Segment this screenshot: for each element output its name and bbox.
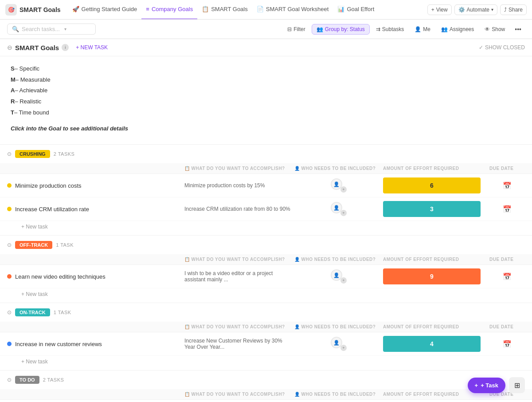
- col-headers: 📋WHAT DO YOU WANT TO ACCOMPLISH? 👤WHO NE…: [0, 254, 532, 265]
- group-collapse-icon[interactable]: ⊙: [7, 309, 12, 315]
- new-task-row[interactable]: + New task: [0, 288, 532, 303]
- avatar-add[interactable]: +: [340, 345, 347, 351]
- group-collapse-icon[interactable]: ⊙: [7, 242, 12, 248]
- group-badge: TO DO: [15, 376, 39, 384]
- due-date-cell[interactable]: 📅: [489, 340, 525, 348]
- group-header-crushing: ⊙ CRUSHING 2 TASKS: [0, 144, 532, 163]
- due-date-cell[interactable]: 📅: [489, 205, 525, 213]
- col-included: 👤WHO NEEDS TO BE INCLUDED?: [294, 392, 383, 397]
- smart-description: – Realistic: [15, 98, 41, 105]
- task-included-cell: 👤 +: [294, 337, 383, 351]
- group-off-track: ⊙ OFF-TRACK 1 TASK 📋WHAT DO YOU WANT TO …: [0, 235, 532, 303]
- more-btn[interactable]: •••: [511, 24, 525, 35]
- task-dot: [7, 207, 12, 211]
- add-task-fab[interactable]: + + Task: [468, 378, 505, 393]
- show-label: Show: [492, 26, 505, 32]
- smart-letter: T: [11, 109, 14, 116]
- assignees-btn[interactable]: 👥 Assignees: [437, 24, 478, 34]
- new-task-row[interactable]: + New task: [0, 356, 532, 370]
- due-date-cell[interactable]: 📅: [489, 181, 525, 190]
- list-title: SMART Goals: [15, 44, 59, 51]
- tab-label: Getting Started Guide: [82, 6, 137, 12]
- assignees-label: Assignees: [450, 26, 474, 32]
- automate-icon: ⚙️: [458, 7, 465, 13]
- task-accomplish-cell: Increase CRM utilization rate from 80 to…: [184, 206, 294, 212]
- group-header-on-track: ⊙ ON-TRACK 1 TASK: [0, 303, 532, 322]
- group-header-to-do: ⊙ TO DO 2 TASKS: [0, 370, 532, 389]
- task-name[interactable]: Minimize production costs: [15, 182, 82, 189]
- filter-label: Filter: [293, 26, 305, 32]
- group-collapse-icon[interactable]: ⊙: [7, 151, 12, 157]
- col-due-date: DUE DATE: [489, 166, 525, 171]
- nav-tabs: 🚀Getting Started Guide≡Company Goals📋SMA…: [68, 0, 379, 20]
- filter-icon: ⊟: [287, 26, 292, 32]
- subtasks-label: Subtasks: [382, 26, 404, 32]
- task-dot: [7, 183, 12, 188]
- new-task-row[interactable]: + New task: [0, 221, 532, 235]
- avatar-add[interactable]: +: [340, 186, 347, 193]
- task-name[interactable]: Increase CRM utilization rate: [15, 206, 89, 213]
- tab-icon: ≡: [146, 6, 149, 12]
- list-header: ⊖ SMART Goals i + NEW TASK ✓ SHOW CLOSED: [0, 39, 532, 56]
- app-logo-icon: 🎯: [5, 4, 17, 16]
- group-crushing: ⊙ CRUSHING 2 TASKS 📋WHAT DO YOU WANT TO …: [0, 144, 532, 235]
- me-icon: 👤: [415, 26, 421, 32]
- info-icon[interactable]: i: [62, 44, 69, 51]
- task-dot: [7, 274, 12, 279]
- effort-bar[interactable]: 4: [383, 336, 481, 352]
- group-by-btn[interactable]: 👥 Group by: Status: [312, 24, 370, 35]
- filter-btn[interactable]: ⊟ Filter: [283, 24, 310, 34]
- effort-bar[interactable]: 9: [383, 268, 481, 284]
- nav-tab-goal-effort[interactable]: 📊Goal Effort: [333, 0, 379, 20]
- smart-description: – Measurable: [16, 76, 51, 83]
- nav-tab-company-goals[interactable]: ≡Company Goals: [141, 0, 197, 20]
- col-effort: AMOUNT OF EFFORT REQUIRED: [383, 324, 489, 329]
- tab-icon: 📋: [202, 6, 209, 12]
- nav-share-btn[interactable]: ⤴ Share: [500, 4, 527, 15]
- nav-tab-smart-goals[interactable]: 📋SMART Goals: [197, 0, 252, 20]
- avatar-add[interactable]: +: [340, 277, 347, 284]
- search-placeholder: Search tasks...: [22, 26, 60, 32]
- me-btn[interactable]: 👤 Me: [410, 24, 435, 34]
- app-title: SMART Goals: [20, 6, 61, 13]
- search-box[interactable]: 🔍 Search tasks... ▾: [7, 24, 96, 35]
- fab-label: + Task: [481, 382, 498, 389]
- smart-item: T– Time bound: [11, 107, 521, 118]
- share-icon: ⤴: [504, 7, 507, 13]
- nav-tab-smart-goal-worksheet[interactable]: 📄SMART Goal Worksheet: [252, 0, 333, 20]
- tab-icon: 📊: [337, 6, 344, 12]
- grid-view-icon[interactable]: ⊞: [509, 377, 525, 393]
- show-closed-btn[interactable]: ✓ SHOW CLOSED: [479, 44, 525, 51]
- plus-fab-icon: +: [475, 382, 478, 389]
- group-collapse-icon[interactable]: ⊙: [7, 377, 12, 383]
- task-row: Minimize production costs Minimize produ…: [0, 174, 532, 197]
- nav-automate-btn[interactable]: ⚙️ Automate ▾: [454, 4, 497, 15]
- due-date-cell[interactable]: 📅: [489, 272, 525, 281]
- group-task-count: 2 TASKS: [43, 377, 64, 382]
- effort-bar[interactable]: 3: [383, 201, 481, 217]
- list-collapse-btn[interactable]: ⊖: [7, 44, 12, 51]
- effort-cell: 3: [383, 201, 489, 217]
- task-name[interactable]: Learn new video editing techniques: [15, 273, 106, 280]
- smart-description: – Specific: [15, 65, 39, 72]
- effort-bar[interactable]: 6: [383, 177, 481, 193]
- share-label: Share: [509, 7, 523, 13]
- app-logo[interactable]: 🎯 SMART Goals: [5, 4, 68, 16]
- nav-view-btn[interactable]: + View: [427, 4, 452, 15]
- task-accomplish-cell: I wish to be a video editor or a project…: [184, 270, 294, 283]
- col-included: 👤WHO NEEDS TO BE INCLUDED?: [294, 257, 383, 262]
- task-name[interactable]: Increase in new customer reviews: [15, 341, 102, 347]
- task-accomplish-cell: Increase New Customer Reviews by 30% Yea…: [184, 338, 294, 350]
- subtasks-icon: ⇉: [376, 26, 380, 32]
- show-closed-label: SHOW CLOSED: [485, 44, 525, 51]
- toolbar-right: ⊟ Filter 👥 Group by: Status ⇉ Subtasks 👤…: [283, 24, 525, 35]
- subtasks-btn[interactable]: ⇉ Subtasks: [372, 24, 408, 34]
- avatar-add[interactable]: +: [340, 210, 347, 216]
- nav-tab-getting-started[interactable]: 🚀Getting Started Guide: [68, 0, 142, 20]
- task-row: Increase this year's net income increase…: [0, 400, 532, 402]
- new-task-btn[interactable]: + NEW TASK: [73, 43, 110, 51]
- task-name-cell: Minimize production costs: [7, 182, 184, 189]
- col-headers: 📋WHAT DO YOU WANT TO ACCOMPLISH? 👤WHO NE…: [0, 389, 532, 400]
- show-btn[interactable]: 👁 Show: [480, 24, 509, 34]
- task-included-cell: 👤 +: [294, 269, 383, 284]
